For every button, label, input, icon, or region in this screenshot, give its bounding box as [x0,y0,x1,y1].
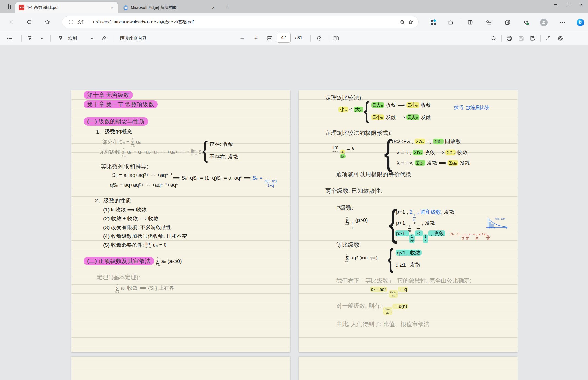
note-text: a(1−qⁿ)1−q [264,179,277,188]
note-text: = q(n) [392,304,408,309]
note-line: 第十章 无穷级数 [84,91,133,99]
note-text: Sₙ = [253,175,264,181]
minimize-button[interactable] [549,0,562,9]
refresh-button[interactable] [24,17,34,27]
save-as-button[interactable] [528,34,537,43]
note-text: Σ大ₙ [371,102,384,108]
note-text: (a>0, q>0) [360,256,378,260]
note-text: 发散 ⟹ [425,160,448,166]
browser-essentials-button[interactable] [521,18,531,27]
note-text: (二) 正项级数及其审敛法 [84,257,154,265]
tab-title: 1-1 高数 基础.pdf [27,5,106,10]
note-text: { [364,99,370,121]
apps-grid-icon [431,20,436,25]
new-tab-button[interactable]: + [223,3,231,11]
zoom-in-button[interactable]: + [251,34,260,43]
avatar [540,19,548,26]
maximize-button[interactable] [562,0,575,9]
collections-button[interactable] [503,18,512,27]
close-button[interactable]: × [575,0,588,9]
pdf-viewer[interactable]: 第十章 无穷级数第十章 第一节 常数项级数(一) 级数的概念与性质1、级数的概念… [0,45,588,380]
note-text: Σ小ₙ [406,102,419,108]
note-text: uₙ = 0 [151,242,167,248]
save-button[interactable] [517,34,526,43]
maximize-icon [567,3,570,6]
draw-label[interactable]: 绘制 [68,36,77,41]
pdf-settings-button[interactable] [556,34,565,43]
note-text: 等比级数: [336,241,361,248]
settings-menu-button[interactable]: ⋯ [558,18,567,27]
rotate-button[interactable] [315,34,324,43]
svg-text:2: 2 [491,227,493,229]
note-line: { [202,139,210,161]
note-text: 1nᵖ [351,221,354,230]
note-text: { [387,246,394,270]
note-text: (一) 级数的概念与性质 [84,117,148,126]
note-line: (二) 正项级数及其审敛法 ∞Σn=1 aₙ (aₙ≥0) [84,257,182,266]
search-document-button[interactable] [489,34,498,43]
tab-close-icon[interactable]: × [210,5,216,11]
table-of-contents-button[interactable] [5,34,14,43]
read-aloud-button[interactable]: 朗读此页内容 [120,36,146,41]
window-controls: × [549,0,588,9]
tab-pdf[interactable]: PDF 1-1 高数 基础.pdf × [15,2,118,13]
note-line: 存在: 收敛 [209,141,233,148]
tab-edge-news[interactable]: Microsoft Edge| 新增功能 × [120,2,219,13]
split-screen-button[interactable] [466,18,475,27]
note-text: Σ大ₙ [406,114,419,120]
note-text: p>1, [395,230,409,236]
page-top-right: 定理2(比较法):小ₙ ≤ 大ₙ{Σ大ₙ 收敛 ⟹ Σ小ₙ 收敛Σ小ₙ 发散 ⟹… [299,90,518,352]
note-line: 0<λ<+∞ , Σaₙ 与 Σbₙ 同敛散 [392,138,461,145]
note-text: , 发散 [441,209,455,215]
note-text: { [202,139,208,161]
site-info-icon[interactable] [67,18,75,26]
note-line: Σ大ₙ 收敛 ⟹ Σ小ₙ 收敛 [371,102,431,108]
note-text: 对一般级数, 则有: [336,303,383,309]
note-line: 两个级数, 已知敛散性: [325,187,382,194]
note-line: { [387,246,396,270]
extensions-button[interactable] [446,18,455,27]
page-view-button[interactable] [332,34,341,43]
copilot-button[interactable]: b [576,18,585,27]
profile-button[interactable] [539,18,548,27]
note-text: Σbₙ [413,150,423,155]
note-line: (一) 级数的概念与性质 [84,118,148,125]
tab-actions-button[interactable] [4,3,13,10]
zoom-out-page-icon[interactable] [398,18,406,26]
note-line: 等比级数: [336,241,361,248]
note-line: limn→∞ aₙbₙ = λ [332,145,354,158]
note-line: (4) 收敛级数加括号仍收敛, 且和不变 [103,233,187,240]
address-bar[interactable]: 文件 | C:/Users/Haujet/Downloads/1-1%20高数%… [62,16,419,28]
note-text: 收敛 [419,102,431,108]
apps-launcher-button[interactable] [429,18,438,27]
page-number-input[interactable] [277,33,291,43]
note-line: 2、级数的性质 [95,197,131,204]
favorite-star-icon[interactable] [406,18,415,26]
tab-actions-icon [8,4,9,9]
note-text: ≤ 1+∫ [478,232,486,236]
draw-pen-icon[interactable] [56,34,65,43]
back-button[interactable] [7,17,17,27]
home-button[interactable] [42,17,52,27]
note-text: Sₙ= 1+ [451,232,462,236]
note-text: 定理3(比较法的极限形式): [325,130,392,136]
note-text: 定理1(基本定理): [97,274,140,280]
favorites-button[interactable] [484,18,493,27]
note-text: 小ₙ [338,107,348,112]
highlighter-button[interactable] [25,34,34,43]
note-text: 与 [425,139,433,144]
note-text: P级数: [336,205,353,211]
draw-dropdown-icon[interactable] [87,34,96,43]
copilot-icon: b [577,19,584,26]
note-text: aₙ₊₁aₙ [383,307,392,315]
note-line: 无穷级数 ∞Σn=1 uₙ = u₁+u₂+u₃ ⋯ +uₙ+ ⋯ = limn… [99,148,204,157]
fit-to-width-button[interactable] [265,34,274,43]
fullscreen-button[interactable] [544,34,553,43]
tab-close-icon[interactable]: × [109,5,115,11]
highlighter-dropdown-icon[interactable] [37,34,46,43]
url-text[interactable]: C:/Users/Haujet/Downloads/1-1%20高数%20基础.… [93,19,398,25]
page-bottom-left: 定理4(比值法):limn→∞ aₙ₊₁aₙ = ρ{ρ<1 , Σaₙ 收敛ρ… [71,357,290,380]
eraser-button[interactable] [100,34,108,43]
print-button[interactable] [505,34,513,43]
zoom-out-button[interactable]: − [238,34,247,43]
